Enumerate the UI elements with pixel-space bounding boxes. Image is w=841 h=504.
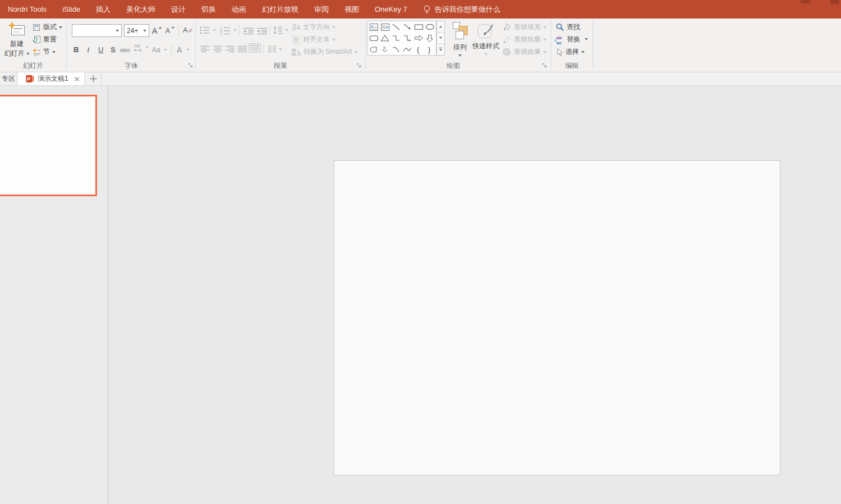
- slide-thumbnail-selected[interactable]: [0, 95, 97, 196]
- menu-beautify-master[interactable]: 美化大师: [126, 4, 155, 15]
- justify-button[interactable]: [237, 44, 247, 54]
- font-group-label: 字体: [67, 61, 196, 71]
- tab-partial[interactable]: 专区: [0, 72, 17, 85]
- clear-formatting-button[interactable]: A: [182, 24, 194, 35]
- shape-arrow[interactable]: [402, 21, 413, 33]
- menu-review[interactable]: 审阅: [314, 4, 329, 15]
- menu-animations[interactable]: 动画: [232, 4, 246, 15]
- menu-transitions[interactable]: 切换: [201, 4, 216, 15]
- menu-design[interactable]: 设计: [171, 4, 186, 15]
- distributed-button[interactable]: [249, 43, 261, 53]
- paragraph-group: 1 2 3: [196, 19, 365, 72]
- text-direction-icon: A: [291, 23, 301, 32]
- shape-rectangle[interactable]: [413, 21, 424, 33]
- tab-presentation1[interactable]: P 演示文稿1: [18, 72, 85, 85]
- menu-onekey[interactable]: OneKey 7: [375, 5, 407, 13]
- menu-insert[interactable]: 插入: [96, 4, 111, 15]
- font-size-combo[interactable]: 24+: [124, 24, 149, 37]
- clear-formatting-icon: A: [182, 25, 194, 35]
- slide-thumbnail-panel[interactable]: [0, 86, 108, 504]
- svg-text:A: A: [297, 25, 301, 31]
- replace-button[interactable]: ab ac 替换: [554, 34, 580, 45]
- menu-nordri-tools[interactable]: Nordri Tools: [8, 5, 47, 13]
- document-tab-bar: 专区 P 演示文稿1: [0, 72, 841, 86]
- shape-right-brace[interactable]: }: [424, 44, 435, 55]
- strikethrough-button[interactable]: abc: [120, 44, 130, 55]
- text-shadow-button[interactable]: S: [111, 44, 116, 55]
- quick-styles-icon: [476, 22, 495, 40]
- align-right-button[interactable]: [225, 44, 235, 54]
- shape-curve[interactable]: [402, 44, 413, 55]
- section-icon: [32, 48, 41, 57]
- shape-right-arrow[interactable]: [413, 33, 424, 44]
- shape-outline-button[interactable]: 形状轮廓: [502, 34, 546, 45]
- bold-button[interactable]: B: [73, 44, 79, 55]
- shape-horizontal-text-box[interactable]: A: [368, 21, 379, 33]
- decrease-arrow-icon: [171, 26, 175, 30]
- increase-indent-button[interactable]: [256, 26, 268, 36]
- align-left-icon: [200, 45, 210, 53]
- shape-left-brace[interactable]: {: [413, 44, 424, 55]
- shape-oval[interactable]: [424, 21, 435, 33]
- shape-gallery: A A { }: [367, 21, 436, 56]
- shape-line[interactable]: [390, 21, 402, 33]
- menu-islide[interactable]: iSlide: [62, 5, 80, 13]
- find-button[interactable]: 查找: [555, 22, 580, 33]
- svg-text:}: }: [428, 45, 431, 54]
- layout-button[interactable]: 版式: [32, 22, 62, 33]
- gallery-more-button[interactable]: [436, 44, 445, 56]
- shape-arc[interactable]: [390, 44, 402, 55]
- shape-vertical-text-box[interactable]: A: [379, 21, 390, 33]
- font-name-combo[interactable]: [72, 24, 122, 37]
- shape-elbow-connector[interactable]: [390, 33, 402, 44]
- menu-view[interactable]: 视图: [344, 4, 359, 15]
- underline-button[interactable]: U: [98, 44, 103, 55]
- reset-icon: [32, 35, 41, 44]
- slides-group: 新建 幻灯片 版式 重置: [0, 19, 66, 72]
- shape-isosceles-triangle[interactable]: [379, 33, 390, 44]
- shape-elbow-arrow-connector[interactable]: [402, 33, 413, 44]
- shape-down-arrow[interactable]: [424, 33, 435, 44]
- font-color-button[interactable]: A: [177, 44, 190, 55]
- italic-button[interactable]: I: [87, 44, 89, 55]
- section-button[interactable]: 节: [32, 47, 56, 57]
- bullets-button[interactable]: [199, 25, 216, 35]
- numbering-button[interactable]: 1 2 3: [220, 25, 237, 35]
- reset-button[interactable]: 重置: [32, 34, 57, 45]
- paragraph-dialog-launcher[interactable]: [356, 63, 362, 68]
- close-tab-icon[interactable]: [74, 76, 80, 82]
- decrease-font-button[interactable]: A: [166, 25, 175, 36]
- drawing-dialog-launcher[interactable]: [542, 63, 548, 68]
- increase-font-button[interactable]: A: [152, 25, 162, 36]
- slide-editing-area[interactable]: [334, 160, 780, 475]
- shape-scribble[interactable]: [379, 44, 390, 55]
- gallery-scroll-up-button[interactable]: [436, 21, 445, 33]
- shape-fill-button[interactable]: 形状填充: [502, 22, 546, 33]
- decrease-indent-icon: [243, 27, 254, 35]
- new-slide-label-2: 幻灯片: [4, 49, 30, 58]
- shape-rounded-rectangle[interactable]: [368, 33, 379, 44]
- font-dialog-launcher[interactable]: [188, 63, 194, 68]
- decrease-indent-button[interactable]: [243, 26, 254, 36]
- shape-effects-button[interactable]: 形状效果: [502, 47, 546, 57]
- quick-styles-label: 快速样式: [472, 41, 499, 51]
- align-center-button[interactable]: [213, 44, 223, 54]
- text-direction-button[interactable]: A 文字方向: [291, 22, 336, 33]
- align-text-button[interactable]: 对齐文本: [291, 34, 336, 45]
- powerpoint-file-icon: P: [26, 75, 34, 83]
- tell-me-box[interactable]: 告诉我你想要做什么: [423, 4, 500, 15]
- new-tab-button[interactable]: [85, 72, 102, 85]
- convert-smartart-button[interactable]: 转换为 SmartArt: [291, 47, 358, 57]
- character-spacing-button[interactable]: AV: [134, 42, 149, 53]
- shape-freeform[interactable]: [368, 44, 379, 55]
- change-case-button[interactable]: Aa: [152, 44, 167, 55]
- align-left-button[interactable]: [200, 44, 210, 54]
- editing-canvas[interactable]: [109, 86, 841, 504]
- menu-slideshow[interactable]: 幻灯片放映: [262, 4, 298, 15]
- line-spacing-button[interactable]: [273, 25, 288, 35]
- select-icon: [555, 48, 563, 57]
- align-text-icon: [291, 35, 301, 44]
- gallery-scroll-down-button[interactable]: [436, 32, 445, 44]
- columns-button[interactable]: [268, 44, 282, 54]
- select-button[interactable]: 选择: [555, 47, 585, 57]
